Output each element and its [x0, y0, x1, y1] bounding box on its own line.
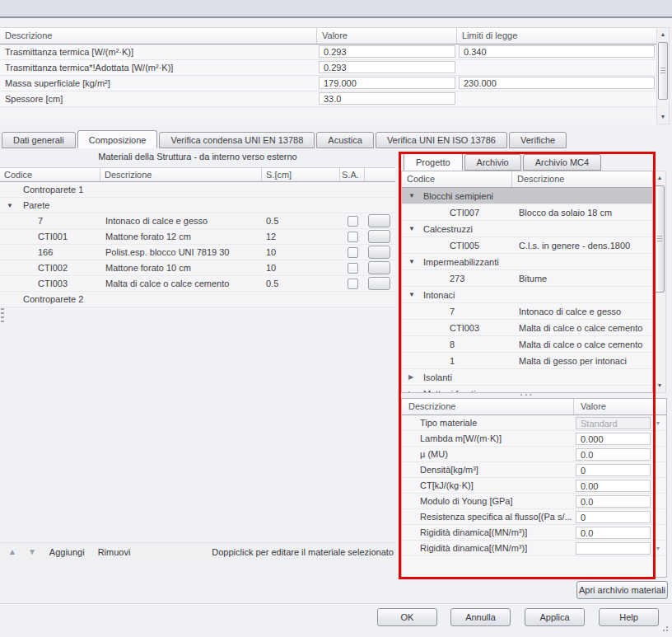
property-value-field[interactable]: 0.0	[576, 495, 651, 508]
sa-checkbox[interactable]	[348, 216, 358, 227]
expand-arrow-icon[interactable]: ▼	[7, 202, 18, 209]
column-header-valore: Valore	[574, 399, 606, 415]
tree-row[interactable]: CTI005 C.l.s. in genere - dens.1800	[402, 237, 652, 254]
material-detail-button[interactable]	[368, 246, 390, 259]
property-value-field[interactable]: 0	[576, 464, 651, 476]
material-row[interactable]: ▼ Controparete 1	[0, 182, 395, 198]
move-up-icon[interactable]: ▲	[8, 547, 16, 556]
tree-scrollbar[interactable]: ▲ ▼	[653, 171, 666, 393]
limit-field[interactable]	[459, 61, 655, 73]
scrollbar-thumb[interactable]	[658, 42, 668, 100]
material-row[interactable]: ▼ 7 Intonaco di calce e gesso 0.5	[0, 213, 395, 229]
value-field[interactable]: 0.293	[319, 61, 455, 73]
archive-tab[interactable]: Archivio MC4	[523, 154, 601, 171]
property-value-field[interactable]: 0.00	[576, 480, 651, 492]
main-tab[interactable]: Composizione	[77, 130, 158, 148]
property-value-field[interactable]: 0	[576, 511, 651, 523]
limit-field[interactable]	[459, 92, 655, 105]
sa-checkbox[interactable]	[348, 263, 358, 274]
material-detail-button[interactable]	[368, 261, 390, 274]
tree-row[interactable]: Blocchi semipieni	[402, 188, 652, 204]
main-tab[interactable]: Dati generali	[2, 132, 76, 148]
material-detail-button[interactable]	[368, 214, 390, 227]
tree-expand-icon[interactable]	[408, 254, 418, 269]
property-value-field[interactable]	[576, 542, 651, 555]
tree-expand-icon[interactable]	[408, 287, 418, 302]
main-tab-label: Verifica UNI EN ISO 13786	[387, 135, 496, 145]
material-row[interactable]: ▼ 166 Polist.esp. blocco UNI 7819 30 10	[0, 245, 395, 260]
limit-field[interactable]: 0.340	[459, 45, 655, 58]
value-field[interactable]: 179.000	[319, 77, 455, 89]
value-field[interactable]: 33.0	[319, 92, 455, 105]
tree-row[interactable]: CTI007 Blocco da solaio 18 cm	[402, 204, 652, 221]
main-tab-label: Composizione	[89, 135, 147, 145]
tree-expand-icon[interactable]	[408, 386, 418, 393]
tree-row[interactable]: CTI003 Malta di calce o calce cemento	[402, 320, 652, 336]
material-row[interactable]: ▼ Parete	[0, 198, 395, 213]
sa-checkbox[interactable]	[348, 247, 358, 258]
ok-button[interactable]: OK	[377, 608, 437, 626]
property-value-field[interactable]: 0.000	[576, 433, 651, 445]
property-row: Resistenza specifica al flusso[(Pa s/...…	[402, 509, 666, 525]
value-field[interactable]: 0.293	[319, 45, 455, 58]
open-archive-button[interactable]: Apri archivio materiali	[576, 581, 668, 599]
limits-row-label: Trasmittanza termica*!Adottata [W/(m²·K)…	[0, 60, 317, 75]
scroll-up-icon[interactable]: ▲	[655, 172, 665, 184]
tree-row[interactable]: 8 Malta di calce o calce cemento	[402, 336, 652, 353]
add-material-button[interactable]: Aggiungi	[49, 547, 85, 557]
material-description: Mattone forato 12 cm	[100, 232, 262, 241]
main-tab[interactable]: Verifica condensa UNI EN 13788	[159, 132, 315, 148]
tree-description	[512, 254, 519, 269]
dropdown-arrow-icon[interactable]: ▼	[652, 546, 664, 551]
left-splitter-grip[interactable]	[1, 308, 4, 323]
limit-field[interactable]: 230.000	[459, 77, 655, 89]
resize-grip-icon[interactable]	[660, 624, 669, 632]
limits-scrollbar[interactable]: ▲ ▼	[656, 27, 670, 124]
tree-row[interactable]: Calcestruzzi	[402, 221, 652, 237]
move-down-icon[interactable]: ▼	[28, 547, 36, 556]
cancel-button[interactable]: Annulla	[450, 608, 511, 626]
property-value-field[interactable]: Standard	[576, 417, 651, 429]
scroll-down-icon[interactable]: ▼	[655, 380, 665, 391]
material-code: CTI003	[38, 279, 68, 288]
property-row: Rigidità dinamica[(MN/m³)] 0.0 ▼	[402, 525, 666, 541]
sa-checkbox[interactable]	[348, 279, 358, 289]
tree-description	[512, 188, 519, 204]
material-row[interactable]: ▼ CTI002 Mattone forato 10 cm 10	[0, 260, 395, 276]
archive-tree-header: Codice Descrizione	[402, 171, 652, 188]
material-detail-button[interactable]	[368, 230, 390, 243]
scroll-up-icon[interactable]: ▲	[658, 29, 668, 40]
tree-row[interactable]: 1 Malta di gesso per intonaci	[402, 353, 652, 369]
property-name: Modulo di Young [GPa]	[402, 494, 574, 508]
main-tab[interactable]: Verifiche	[509, 132, 567, 148]
main-tab[interactable]: Verifica UNI EN ISO 13786	[376, 132, 507, 148]
archive-tab[interactable]: Progetto	[404, 152, 463, 171]
tree-expand-icon[interactable]	[408, 221, 418, 237]
material-row[interactable]: ▼ Controparete 2	[0, 292, 395, 307]
tree-row[interactable]: 7 Intonaco di calce e gesso	[402, 303, 652, 320]
material-code: Controparete 2	[23, 294, 83, 304]
limits-table-header: Descrizione Valore Limiti di legge	[0, 28, 656, 44]
scroll-down-icon[interactable]: ▼	[658, 111, 668, 123]
tree-row[interactable]: Intonaci	[402, 287, 652, 303]
property-value-field[interactable]: 0.0	[576, 448, 651, 461]
material-row[interactable]: ▼ CTI001 Mattone forato 12 cm 12	[0, 229, 395, 245]
sa-checkbox[interactable]	[348, 232, 358, 242]
tree-row[interactable]: Impermeabilizzanti	[402, 254, 652, 270]
property-value-field[interactable]: 0.0	[576, 527, 651, 539]
scrollbar-thumb[interactable]	[655, 185, 665, 293]
tree-row[interactable]: 273 Bitume	[402, 270, 652, 287]
help-button[interactable]: Help	[599, 608, 659, 626]
structure-dialog: Descrizione Valore Limiti di legge Trasm…	[0, 0, 672, 637]
material-row[interactable]: ▼ CTI003 Malta di calce o calce cemento …	[0, 276, 395, 292]
material-description: Intonaco di calce e gesso	[100, 216, 262, 226]
tree-row[interactable]: Isolanti	[402, 369, 652, 386]
main-tab[interactable]: Acustica	[316, 132, 374, 148]
tree-expand-icon[interactable]	[408, 369, 418, 385]
tree-expand-icon[interactable]	[408, 188, 418, 204]
dropdown-arrow-icon[interactable]: ▼	[652, 420, 664, 426]
material-detail-button[interactable]	[368, 277, 390, 290]
remove-material-button[interactable]: Rimuovi	[98, 547, 131, 557]
apply-button[interactable]: Applica	[525, 608, 585, 626]
archive-tab[interactable]: Archivio	[464, 154, 521, 171]
